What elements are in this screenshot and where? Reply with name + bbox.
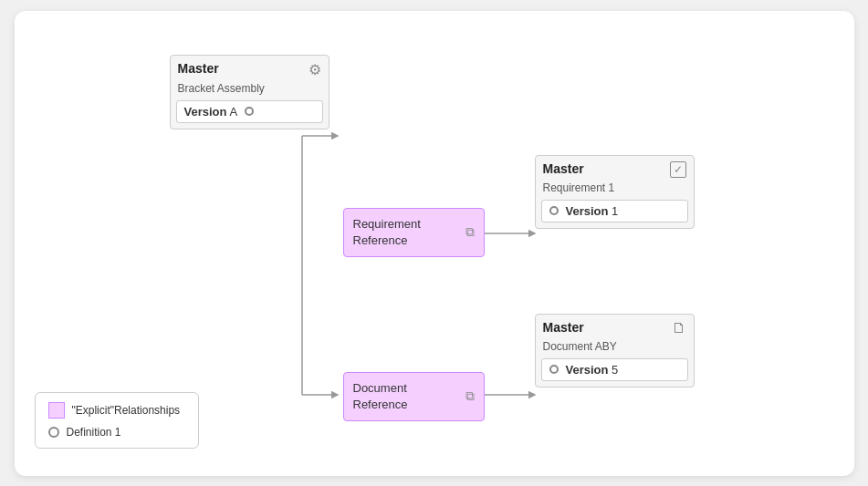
- legend-explicit: "Explicit"Relationships: [48, 402, 185, 419]
- node-master-requirement-1: Master ✓ Requirement 1 Version 1: [535, 155, 695, 229]
- diagram-canvas: Master ⚙ Bracket Assembly Version A Requ…: [15, 11, 854, 476]
- doc-aby-subtitle: Document ABY: [536, 340, 694, 358]
- doc-aby-version-row: Version 5: [541, 358, 688, 381]
- doc-ref-inner: Document Reference ⧉: [344, 373, 484, 420]
- legend-definition: Definition 1: [48, 426, 185, 439]
- req-ref-label: Requirement Reference: [353, 216, 421, 249]
- master-bracket-version-text: Version A: [184, 105, 238, 119]
- gear-icon: ⚙: [309, 61, 321, 78]
- req1-title: Master: [543, 161, 584, 176]
- node-master-document-aby: Master 🗋 Document ABY Version 5: [535, 314, 695, 388]
- master-bracket-connector: [245, 107, 254, 116]
- master-bracket-subtitle: Bracket Assembly: [171, 82, 329, 100]
- req-ref-copy-icon: ⧉: [465, 224, 475, 240]
- document-icon: 🗋: [672, 320, 686, 336]
- master-bracket-version-row: Version A: [176, 100, 323, 123]
- legend-definition-label: Definition 1: [67, 426, 121, 439]
- legend-circle-definition: [48, 427, 59, 438]
- node-document-reference: Document Reference ⧉: [343, 372, 485, 421]
- req-ref-inner: Requirement Reference ⧉: [344, 209, 484, 256]
- master-bracket-title: Master: [178, 61, 219, 76]
- node-master-bracket: Master ⚙ Bracket Assembly Version A: [170, 55, 329, 129]
- doc-aby-connector: [549, 365, 559, 374]
- doc-aby-title: Master: [543, 320, 584, 335]
- req1-version-row: Version 1: [541, 200, 688, 222]
- doc-ref-label: Document Reference: [353, 380, 408, 413]
- legend-explicit-label: "Explicit"Relationships: [72, 404, 181, 417]
- req1-connector: [549, 206, 559, 215]
- doc-aby-version-text: Version 5: [566, 363, 619, 377]
- check-icon: ✓: [670, 161, 686, 178]
- legend: "Explicit"Relationships Definition 1: [35, 392, 199, 449]
- node-requirement-reference: Requirement Reference ⧉: [343, 208, 485, 257]
- doc-ref-copy-icon: ⧉: [465, 388, 475, 404]
- req1-version-text: Version 1: [566, 204, 619, 218]
- req1-subtitle: Requirement 1: [536, 181, 694, 200]
- legend-swatch-explicit: [48, 402, 65, 419]
